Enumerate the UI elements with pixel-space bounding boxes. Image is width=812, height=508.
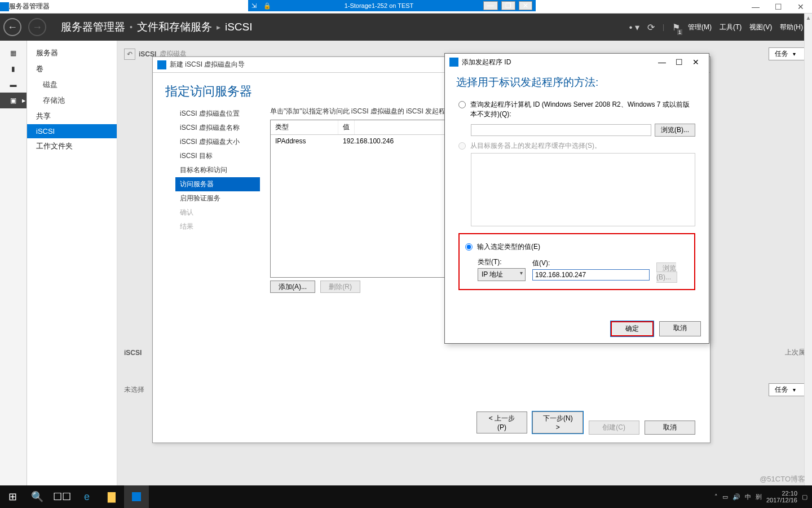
cell-value[interactable]: 192.168.100.246 <box>338 135 398 147</box>
task-view-icon[interactable]: ☐☐ <box>50 485 74 508</box>
ok-button[interactable]: 确定 <box>611 321 654 336</box>
maximize-button[interactable]: ☐ <box>767 0 789 14</box>
crumb-0[interactable]: 服务器管理器 <box>61 20 125 34</box>
radio-from-cache: 从目标服务器上的发起程序缓存中选择(S)。 <box>458 139 695 153</box>
remote-close[interactable]: ✕ <box>519 1 532 10</box>
crumb-2[interactable]: iSCSI <box>225 21 253 33</box>
rail-dashboard-icon[interactable]: ▦ <box>0 45 27 61</box>
scrollbar[interactable]: ▲ <box>804 14 812 485</box>
remote-session-banner[interactable]: ⇲ 🔒 1-Storage1-252 on TEST — ❐ ✕ <box>248 0 536 11</box>
nav-column: 服务器 卷 磁盘 存储池 共享 iSCSI 工作文件夹 <box>27 41 117 485</box>
value-input[interactable] <box>532 269 650 281</box>
wiz-step[interactable]: iSCSI 虚拟磁盘大小 <box>175 135 260 149</box>
cancel-button[interactable]: 取消 <box>659 321 701 336</box>
explorer-icon[interactable]: ▇ <box>99 485 124 508</box>
menu-manage[interactable]: 管理(M) <box>688 23 712 32</box>
menu-help[interactable]: 帮助(H) <box>780 23 803 32</box>
search-icon[interactable]: 🔍 <box>25 485 50 508</box>
nav-storage-pools[interactable]: 存储池 <box>27 93 117 108</box>
prev-button[interactable]: < 上一步(P) <box>476 411 527 433</box>
value-label: 值(V): <box>532 257 650 269</box>
radio-opt3[interactable] <box>465 243 473 251</box>
nav-iscsi[interactable]: iSCSI <box>27 124 117 138</box>
add-button[interactable]: 添加(A)... <box>270 281 315 293</box>
menu-view[interactable]: 视图(V) <box>749 23 772 32</box>
header-bar: ← → 服务器管理器 • 文件和存储服务 ▸ iSCSI • ▾ ⟳ | ⚑1 … <box>0 14 812 41</box>
type-select[interactable]: IP 地址 <box>478 268 526 281</box>
section-header-2: iSCSI 上次属 未选择 任务 <box>117 345 812 396</box>
dialog-title: 添加发起程序 ID <box>462 58 511 67</box>
nav-work-folders[interactable]: 工作文件夹 <box>27 138 117 154</box>
wiz-step[interactable]: iSCSI 目标 <box>175 149 260 163</box>
wizard-window-title: 新建 iSCSI 虚拟磁盘向导 <box>170 60 245 69</box>
browse-button-1[interactable]: 浏览(B)... <box>655 124 695 137</box>
back-arrow-icon[interactable]: ↶ <box>124 49 135 60</box>
col-type[interactable]: 类型 <box>271 120 338 134</box>
start-button[interactable]: ⊞ <box>0 485 25 508</box>
opt3-label: 输入选定类型的值(E) <box>477 242 540 252</box>
wiz-step[interactable]: iSCSI 虚拟磁盘位置 <box>175 107 260 121</box>
ime-indicator[interactable]: 中 <box>745 493 751 501</box>
sound-icon[interactable]: 🔊 <box>732 493 740 501</box>
highlighted-option-box: 输入选定类型的值(E) 类型(T): IP 地址 值(V): 浏览(B)... <box>458 233 695 290</box>
wiz-step-active[interactable]: 访问服务器 <box>175 177 260 191</box>
wiz-step[interactable]: 启用验证服务 <box>175 191 260 205</box>
server-manager-taskbar-icon[interactable] <box>124 485 149 508</box>
ie-icon[interactable]: e <box>74 485 99 508</box>
rail-file-storage-icon[interactable]: ▣ <box>0 93 27 108</box>
watermark: @51CTO博客 <box>760 474 805 484</box>
ime-icon[interactable]: 㔀 <box>756 493 762 501</box>
radio-enter-value[interactable]: 输入选定类型的值(E) <box>465 240 689 254</box>
opt1-label: 查询发起程序计算机 ID (Windows Server 2008 R2、Win… <box>470 100 695 119</box>
menu-tools[interactable]: 工具(T) <box>720 23 742 32</box>
close-button[interactable]: ✕ <box>789 0 812 14</box>
nav-volumes[interactable]: 卷 <box>27 61 117 77</box>
nav-servers[interactable]: 服务器 <box>27 45 117 61</box>
opt2-label: 从目标服务器上的发起程序缓存中选择(S)。 <box>470 141 601 151</box>
wiz-step[interactable]: 目标名称和访问 <box>175 163 260 177</box>
chevron-right-icon: • <box>130 23 133 32</box>
wiz-step[interactable]: iSCSI 虚拟磁盘名称 <box>175 121 260 135</box>
pin-icon[interactable]: ⇲ <box>248 2 260 10</box>
rail-local-icon[interactable]: ▮ <box>0 61 27 77</box>
notifications-flag-icon[interactable]: ⚑1 <box>672 22 680 33</box>
tasks-dropdown[interactable]: 任务 <box>769 47 805 60</box>
dialog-icon <box>449 58 458 67</box>
dialog-titlebar[interactable]: 添加发起程序 ID — ☐ ✕ <box>445 54 709 71</box>
app-title: 服务器管理器 <box>9 2 50 11</box>
rail-all-servers-icon[interactable]: ▬ <box>0 77 27 93</box>
wizard-cancel-button[interactable]: 取消 <box>645 421 695 435</box>
computer-id-input[interactable] <box>471 124 651 136</box>
system-tray[interactable]: ˄ ▭ 🔊 中 㔀 22:10 2017/12/16 ▢ <box>714 490 812 503</box>
minimize-button[interactable]: — <box>744 0 767 14</box>
wizard-icon <box>157 60 166 69</box>
remote-minimize[interactable]: — <box>483 1 498 10</box>
cell-type[interactable]: IPAddress <box>271 135 338 147</box>
remote-restore[interactable]: ❐ <box>501 1 515 10</box>
scroll-up-icon[interactable]: ▲ <box>805 14 812 22</box>
nav-shares[interactable]: 共享 <box>27 108 117 124</box>
taskbar[interactable]: ⊞ 🔍 ☐☐ e ▇ ˄ ▭ 🔊 中 㔀 22:10 2017/12/16 ▢ <box>0 485 812 508</box>
tray-up-icon[interactable]: ˄ <box>714 493 718 501</box>
icon-rail: ▦ ▮ ▬ ▣ <box>0 41 27 485</box>
radio-opt1[interactable] <box>458 101 466 108</box>
nav-disks[interactable]: 磁盘 <box>27 77 117 93</box>
window-controls: — ☐ ✕ <box>744 0 812 14</box>
dropdown-icon[interactable]: • ▾ <box>629 22 639 33</box>
tasks-dropdown-2[interactable]: 任务 <box>769 383 805 396</box>
refresh-icon[interactable]: ⟳ <box>647 22 655 33</box>
clock[interactable]: 22:10 2017/12/16 <box>766 490 797 503</box>
dlg-close[interactable]: ✕ <box>687 58 704 67</box>
dlg-minimize[interactable]: — <box>654 58 670 67</box>
network-icon[interactable]: ▭ <box>722 493 728 501</box>
crumb-1[interactable]: 文件和存储服务 <box>137 20 212 34</box>
col-value[interactable]: 值 <box>338 120 355 134</box>
unselected-label: 未选择 <box>124 385 144 395</box>
action-center-icon[interactable]: ▢ <box>802 493 807 501</box>
next-button[interactable]: 下一步(N) > <box>532 411 583 433</box>
radio-query-computer[interactable]: 查询发起程序计算机 ID (Windows Server 2008 R2、Win… <box>458 98 695 121</box>
wiz-step-disabled: 确认 <box>175 205 260 220</box>
back-button[interactable]: ← <box>3 18 21 36</box>
dlg-maximize[interactable]: ☐ <box>670 58 687 67</box>
forward-button[interactable]: → <box>28 18 46 36</box>
